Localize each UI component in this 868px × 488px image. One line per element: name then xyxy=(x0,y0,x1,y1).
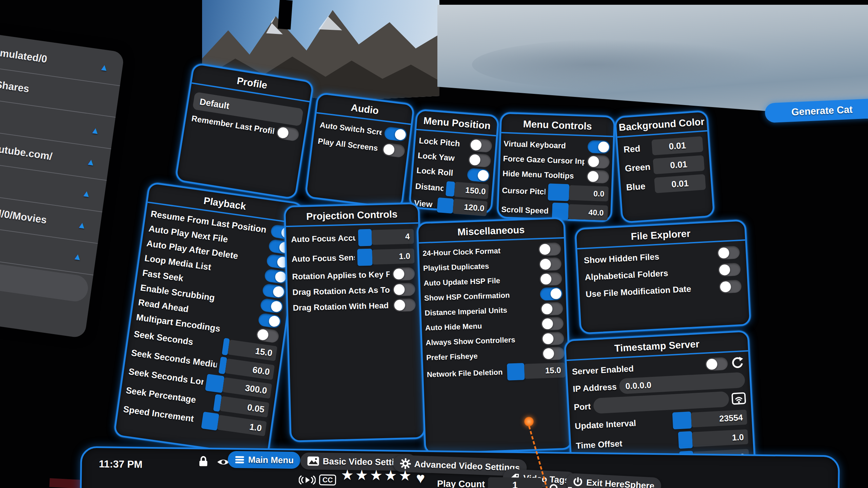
distance-slider[interactable]: 150.0 xyxy=(446,181,489,199)
view-arc-slider[interactable]: 120.0 xyxy=(437,198,488,216)
chevron-up-icon[interactable]: ▲ xyxy=(86,156,96,168)
drag-rotation-with-head-toggle[interactable] xyxy=(393,298,416,312)
fast-seek-toggle[interactable] xyxy=(262,283,286,299)
loop-media-list-toggle[interactable] xyxy=(264,268,288,284)
playlist-duplicates-toggle[interactable] xyxy=(539,257,561,271)
broadcast-icon[interactable] xyxy=(299,474,316,486)
cloud xyxy=(472,39,773,90)
drag-rotation-acts-as-toggle-toggle[interactable] xyxy=(393,283,415,296)
time-offset-slider[interactable]: 1.0 xyxy=(678,428,748,449)
panel-menu-controls: Menu ControlsVirtual KeyboardForce Gaze … xyxy=(497,112,616,222)
time-offset-value: 1.0 xyxy=(692,429,748,447)
blue-field[interactable]: 0.01 xyxy=(654,174,706,193)
panel-audio: AudioAuto Switch ScreenPlay All Screens xyxy=(304,92,415,209)
auto-switch-screen-toggle[interactable] xyxy=(384,126,408,142)
refresh-icon[interactable] xyxy=(730,356,744,370)
lock-pitch-toggle[interactable] xyxy=(469,138,493,153)
distance-imperial-units-toggle[interactable] xyxy=(540,302,563,316)
show-hidden-files-toggle[interactable] xyxy=(717,246,740,260)
play-all-screens-toggle[interactable] xyxy=(382,142,406,158)
heart-favorite-icon[interactable]: ♥ xyxy=(416,469,425,486)
network-file-deletion-delay-slider[interactable]: 15.0 xyxy=(507,362,566,381)
closed-captions-icon[interactable]: CC xyxy=(319,474,336,486)
vr-settings-screen: mulated/0▲Shares▲youtube.com/▲▲lated/0/M… xyxy=(0,0,868,488)
alphabetical-folders-toggle[interactable] xyxy=(718,263,741,277)
toggle-knob xyxy=(540,273,552,285)
remember-last-profile-toggle[interactable] xyxy=(276,125,300,142)
24-hour-clock-format-toggle[interactable] xyxy=(538,242,561,256)
time-offset-label: Time Offset xyxy=(576,439,623,451)
slider-handle[interactable] xyxy=(678,431,693,449)
toggle-knob xyxy=(383,144,395,156)
virtual-keyboard-toggle[interactable] xyxy=(588,140,610,154)
toggle-knob xyxy=(718,247,730,259)
show-hsp-confirmation-toggle[interactable] xyxy=(540,287,563,301)
prefer-fisheye-toggle[interactable] xyxy=(542,347,565,360)
lock-yaw-label: Lock Yaw xyxy=(417,151,455,163)
network-icon[interactable] xyxy=(731,392,746,405)
auto-update-hsp-file-toggle[interactable] xyxy=(539,272,562,286)
exit-heresphere-button[interactable]: Exit HereSphere xyxy=(566,473,662,488)
auto-hide-menu-toggle[interactable] xyxy=(541,317,564,330)
hide-menu-tooltips-toggle[interactable] xyxy=(586,170,609,183)
slider-handle[interactable] xyxy=(507,363,525,381)
panel-background-color: Background ColorRed0.01Green0.01Blue0.01 xyxy=(614,110,715,223)
toggle-knob xyxy=(272,286,284,298)
lock-yaw-toggle[interactable] xyxy=(468,153,491,167)
use-file-modification-date-toggle[interactable] xyxy=(719,280,742,293)
toggle-knob xyxy=(394,284,405,295)
distance-imperial-units-label: Distance Imperial Units xyxy=(425,306,507,318)
green-field[interactable]: 0.01 xyxy=(653,155,705,174)
auto-focus-accuracy-slider[interactable]: 4 xyxy=(358,228,414,246)
chevron-up-icon[interactable]: ▲ xyxy=(90,125,101,136)
search-icon[interactable] xyxy=(549,483,560,488)
toggle-knob xyxy=(720,281,731,293)
panel-title: Miscellaneous xyxy=(418,219,564,242)
panel-title: Projection Controls xyxy=(285,204,418,226)
cursor-pitch-value: 0.0 xyxy=(569,185,609,201)
chevron-up-icon[interactable]: ▲ xyxy=(73,251,83,262)
enable-scrubbing-toggle[interactable] xyxy=(260,298,284,314)
chevron-up-icon[interactable]: ▲ xyxy=(99,62,110,73)
server-enabled-toggle[interactable] xyxy=(705,357,728,371)
toggle-knob xyxy=(539,244,551,255)
slider-handle[interactable] xyxy=(357,249,372,266)
lock-icon[interactable] xyxy=(198,455,209,468)
toggle-knob xyxy=(277,127,289,139)
update-interval-slider[interactable]: 23554 xyxy=(672,409,747,429)
cursor-pitch-slider[interactable]: 0.0 xyxy=(548,183,609,202)
slider-handle[interactable] xyxy=(205,374,224,393)
play-count-value[interactable]: 1 xyxy=(488,477,542,488)
always-show-controllers-toggle[interactable] xyxy=(541,332,564,345)
slider-handle[interactable] xyxy=(437,198,454,214)
star-rating[interactable]: ★★★★★ xyxy=(341,467,413,484)
lock-roll-toggle[interactable] xyxy=(467,168,490,182)
read-ahead-toggle[interactable] xyxy=(258,313,282,329)
drag-rotation-with-head-label: Drag Rotation With Head xyxy=(293,301,389,312)
button-label: Exit HereSphere xyxy=(586,477,654,488)
cursor-pitch-label: Cursor Pitch xyxy=(502,186,546,196)
toggle-knob xyxy=(706,359,718,370)
update-interval-label: Update Interval xyxy=(575,418,636,431)
red-field[interactable]: 0.01 xyxy=(651,136,703,155)
slider-handle[interactable] xyxy=(358,229,372,246)
slider-handle[interactable] xyxy=(548,183,570,201)
panel-projection-controls: Projection ControlsAuto Focus Accuracy4A… xyxy=(284,202,426,442)
main-menu-button[interactable]: Main Menu xyxy=(228,451,301,469)
force-gaze-cursor-input-toggle[interactable] xyxy=(587,155,610,168)
slider-handle[interactable] xyxy=(201,412,219,431)
multipart-encodings-toggle[interactable] xyxy=(256,327,280,343)
show-hidden-files-label: Show Hidden Files xyxy=(584,251,659,265)
rotation-applies-to-key-frame-toggle[interactable] xyxy=(392,267,415,281)
play-all-screens-label: Play All Screens xyxy=(317,136,378,153)
prefer-fisheye-label: Prefer Fisheye xyxy=(426,352,478,362)
folder-small-icon[interactable] xyxy=(567,486,578,488)
slider-handle[interactable] xyxy=(446,181,455,197)
rotation-applies-to-key-frame-label: Rotation Applies to Key Frame xyxy=(292,269,390,282)
chevron-up-icon[interactable]: ▲ xyxy=(77,219,87,231)
toggle-knob xyxy=(270,300,282,312)
auto-focus-sensitivity-slider[interactable]: 1.0 xyxy=(357,247,414,266)
chevron-up-icon[interactable]: ▲ xyxy=(81,188,92,199)
panel-title: Menu Controls xyxy=(501,114,614,136)
slider-handle[interactable] xyxy=(672,411,692,429)
